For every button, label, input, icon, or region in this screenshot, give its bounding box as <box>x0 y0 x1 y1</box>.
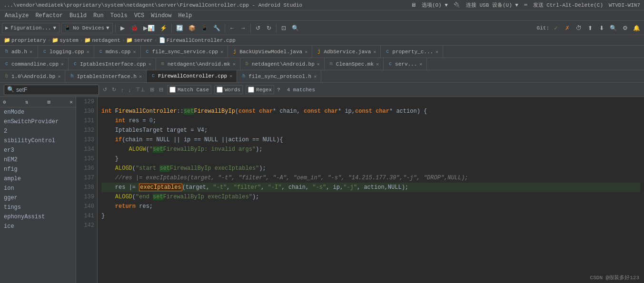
tab-logging-cpp[interactable]: c logging.cpp ✕ <box>38 46 94 58</box>
sidebar-item-enmode[interactable]: enMode <box>0 107 76 117</box>
menu-help[interactable]: Help <box>176 11 195 20</box>
words-option[interactable]: Words <box>214 85 243 94</box>
tab-file-sync-cpp[interactable]: c file_sync_service.cpp ✕ <box>141 46 228 58</box>
close-tab[interactable]: ✕ <box>139 74 142 79</box>
notifications-button[interactable]: 🔔 <box>631 23 642 33</box>
tab-mdns-cpp[interactable]: c mdns.cpp ✕ <box>94 46 141 58</box>
menu-window[interactable]: Window <box>148 11 174 20</box>
search-filter-button[interactable]: ⊟ <box>158 86 164 94</box>
nav-back-button[interactable]: ← <box>228 23 237 33</box>
search-next-button[interactable]: ↻ <box>111 86 117 94</box>
menu-run[interactable]: Run <box>90 11 107 20</box>
tab-serv[interactable]: c serv... ✕ <box>384 58 427 70</box>
close-tab[interactable]: ✕ <box>435 49 439 55</box>
tab-firewall-cpp[interactable]: c FirewallController.cpp ✕ <box>147 70 237 83</box>
sidebar-item-ion[interactable]: ion <box>0 184 76 193</box>
menu-refactor[interactable]: Refactor <box>32 11 66 20</box>
sidebar-settings-icon[interactable]: ⚙ <box>3 99 6 105</box>
breadcrumb-proprietary[interactable]: proprietary <box>11 38 46 43</box>
sidebar-item-tings[interactable]: tings <box>0 203 76 212</box>
run-config-dropdown[interactable]: ▶ figuration... ▼ <box>2 23 59 33</box>
menu-analyze[interactable]: Analyze <box>2 11 31 20</box>
close-tab[interactable]: ✕ <box>57 74 61 79</box>
undo-button[interactable]: ↺ <box>253 23 263 33</box>
sdk-button[interactable]: 🔧 <box>211 23 222 33</box>
redo-button[interactable]: ↻ <box>264 23 274 33</box>
run-button[interactable]: ▶ <box>118 23 128 33</box>
close-tab[interactable]: ✕ <box>132 49 136 55</box>
close-tab[interactable]: ✕ <box>229 73 233 79</box>
close-tab[interactable]: ✕ <box>29 49 33 55</box>
sidebar-item-nfig[interactable]: nfig <box>0 165 76 174</box>
menu-tools[interactable]: Tools <box>108 11 130 20</box>
git-check-button[interactable]: ✓ <box>551 23 561 33</box>
sidebar-item-er3[interactable]: er3 <box>0 146 76 155</box>
close-tab[interactable]: ✕ <box>220 49 224 55</box>
tab-property-c[interactable]: c property_c... ✕ <box>381 46 443 58</box>
sidebar-collapse-icon[interactable]: ✕ <box>69 99 73 105</box>
sidebar-item-ample[interactable]: ample <box>0 174 76 184</box>
search-button[interactable]: 🔍 <box>608 23 619 33</box>
close-tab[interactable]: ✕ <box>304 49 308 55</box>
git-push-button[interactable]: ⬆ <box>585 23 595 33</box>
words-checkbox[interactable] <box>217 87 223 93</box>
search-everywhere-button[interactable]: 🔍 <box>290 23 301 33</box>
match-case-checkbox[interactable] <box>169 87 176 93</box>
close-tab[interactable]: ✕ <box>313 74 317 79</box>
breadcrumb-server[interactable]: server <box>134 38 153 43</box>
debug-button[interactable]: 🐞 <box>129 23 140 33</box>
search-input-wrap[interactable]: 🔍 <box>4 85 99 95</box>
close-tab[interactable]: ✕ <box>376 61 379 67</box>
close-tab[interactable]: ✕ <box>148 61 152 67</box>
git-clock-button[interactable]: ⏱ <box>574 23 584 33</box>
sidebar-expand-icon[interactable]: ⊞ <box>48 99 51 105</box>
gradle-sync-button[interactable]: 📦 <box>187 23 198 33</box>
breadcrumb-netdagent[interactable]: netdagent <box>92 38 120 43</box>
close-tab[interactable]: ✕ <box>317 61 320 67</box>
tab-adbservice-java[interactable]: j AdbService.java ✕ <box>312 46 381 58</box>
terminal-button[interactable]: ⊡ <box>279 23 288 33</box>
menu-build[interactable]: Build <box>67 11 89 20</box>
sidebar-item-nem2[interactable]: nEM2 <box>0 155 76 165</box>
tab-filesync-protocol-h[interactable]: h file_sync_protocol.h ✕ <box>237 70 321 83</box>
code-area[interactable]: 129 130 131 132 133 134 135 136 137 138 … <box>76 97 644 283</box>
sidebar-item-ice[interactable]: ice <box>0 222 76 231</box>
breadcrumb-file[interactable]: FirewallController.cpp <box>167 38 236 43</box>
git-x-button[interactable]: ✗ <box>563 23 572 33</box>
tab-commandline-cpp[interactable]: c commandline.cpp ✕ <box>0 58 69 70</box>
tab-android-bp-v2[interactable]: b 1.0\Android.bp ✕ <box>0 70 65 83</box>
settings-button[interactable]: ⚙ <box>620 23 630 33</box>
search-multiline-button[interactable]: ⊤⊥ <box>135 86 146 94</box>
search-input[interactable] <box>16 87 88 93</box>
profile-button[interactable]: ⚡ <box>158 23 169 33</box>
close-tab[interactable]: ✕ <box>60 61 64 67</box>
send-cad-btn[interactable]: 发送 Ctrl-Alt-Delete(C) <box>533 1 603 9</box>
regex-help-icon[interactable]: ? <box>277 87 280 93</box>
tab-iptables-h[interactable]: h IptablesInterface.h ✕ <box>65 70 146 83</box>
tab-backup-java[interactable]: j BackUpViewModel.java ✕ <box>228 46 312 58</box>
tab-iptables-cpp[interactable]: c IptablesInterface.cpp ✕ <box>69 58 156 70</box>
close-tab[interactable]: ✕ <box>373 49 376 55</box>
avd-button[interactable]: 📱 <box>199 23 210 33</box>
sidebar-sort-icon[interactable]: ⇅ <box>25 99 29 105</box>
nav-forward-button[interactable]: → <box>238 23 248 33</box>
search-nav-down-button[interactable]: ↓ <box>128 86 132 94</box>
close-tab[interactable]: ✕ <box>86 49 90 55</box>
search-prev-button[interactable]: ↺ <box>102 86 108 94</box>
git-fetch-button[interactable]: ⬇ <box>597 23 606 33</box>
connect-usb-menu[interactable]: 连接 USB 设备(U) ▼ <box>466 1 518 9</box>
sync-button[interactable]: 🔄 <box>174 23 185 33</box>
no-devices-dropdown[interactable]: 📱 No Devices ▼ <box>61 23 113 33</box>
run-with-coverage-button[interactable]: ▶📊 <box>141 23 157 33</box>
sidebar-item-ephonyassist[interactable]: ephonyAssist <box>0 212 76 222</box>
search-options-button[interactable]: ⊞ <box>149 86 155 94</box>
regex-checkbox[interactable] <box>248 87 254 93</box>
close-tab[interactable]: ✕ <box>419 61 423 67</box>
breadcrumb-system[interactable]: system <box>59 38 79 43</box>
sidebar-item-2[interactable]: 2 <box>0 127 76 136</box>
tab-adb-h[interactable]: h adb.h ✕ <box>0 46 38 58</box>
sidebar-item-enswitchprovider[interactable]: enSwitchProvider <box>0 117 76 127</box>
regex-option[interactable]: Regex <box>246 85 274 94</box>
tab-android-mk[interactable]: m netdagent\Android.mk ✕ <box>156 58 240 70</box>
search-nav-up-button[interactable]: ↑ <box>120 86 125 94</box>
